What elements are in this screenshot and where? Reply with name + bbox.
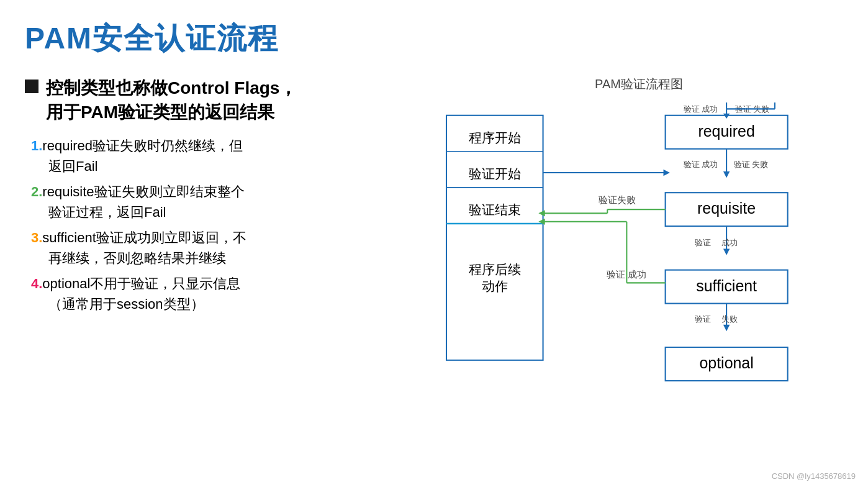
svg-text:失败: 失败 <box>721 314 738 324</box>
svg-rect-0 <box>446 116 543 360</box>
diagram-svg: 程序开始 验证开始 验证结束 程序后续 动作 required requisit… <box>397 102 843 450</box>
svg-marker-30 <box>723 248 730 255</box>
list-indent-3: 再继续，否则忽略结果并继续 <box>31 248 385 268</box>
bullet-square-icon <box>25 80 38 93</box>
list-num-1: 1. <box>31 138 42 153</box>
page-container: PAM安全认证流程 控制类型也称做Control Flags，用于PAM验证类型… <box>0 0 868 487</box>
svg-text:requisite: requisite <box>697 199 756 217</box>
svg-text:验证: 验证 <box>695 314 711 324</box>
svg-text:验证 成功: 验证 成功 <box>684 104 718 114</box>
svg-text:动作: 动作 <box>482 279 508 293</box>
svg-marker-34 <box>723 325 730 331</box>
svg-text:验证结束: 验证结束 <box>469 203 521 217</box>
list-indent-2: 验证过程，返回Fail <box>31 202 385 222</box>
list-items: 1.required验证失败时仍然继续，但 返回Fail 2.requisite… <box>25 135 385 314</box>
svg-text:程序开始: 程序开始 <box>469 130 521 145</box>
page-title: PAM安全认证流程 <box>25 19 843 58</box>
svg-text:验证: 验证 <box>695 238 711 247</box>
list-num-3: 3. <box>31 230 42 245</box>
svg-text:sufficient: sufficient <box>696 277 757 294</box>
list-item-2: 2.requisite验证失败则立即结束整个 验证过程，返回Fail <box>31 181 385 222</box>
svg-marker-26 <box>723 171 730 178</box>
bullet-header: 控制类型也称做Control Flags，用于PAM验证类型的返回结果 <box>25 76 385 124</box>
svg-text:验证失败: 验证失败 <box>599 195 636 205</box>
list-indent-4: （通常用于session类型） <box>31 294 385 314</box>
svg-text:成功: 成功 <box>721 238 738 247</box>
svg-text:程序后续: 程序后续 <box>469 262 521 276</box>
list-num-4: 4. <box>31 276 42 291</box>
svg-text:验证开始: 验证开始 <box>469 166 521 181</box>
list-indent-1: 返回Fail <box>31 156 385 176</box>
svg-text:验证 成功: 验证 成功 <box>684 160 718 169</box>
svg-text:验证 失败: 验证 失败 <box>734 160 769 169</box>
content-row: 控制类型也称做Control Flags，用于PAM验证类型的返回结果 1.re… <box>25 76 843 475</box>
list-item-4: 4.optional不用于验证，只显示信息 （通常用于session类型） <box>31 273 385 314</box>
bullet-header-text: 控制类型也称做Control Flags，用于PAM验证类型的返回结果 <box>46 76 297 124</box>
svg-text:required: required <box>698 122 754 140</box>
list-item-1: 1.required验证失败时仍然继续，但 返回Fail <box>31 135 385 176</box>
svg-marker-46 <box>663 170 669 176</box>
svg-text:optional: optional <box>700 354 754 371</box>
diagram-title: PAM验证流程图 <box>595 76 683 93</box>
watermark: CSDN @ly1435678619 <box>772 471 856 481</box>
svg-text:验证 成功: 验证 成功 <box>607 270 646 280</box>
right-panel: PAM验证流程图 程序开始 验证开始 验证结束 程序后续 动作 re <box>397 76 843 450</box>
list-item-3: 3.sufficient验证成功则立即返回，不 再继续，否则忽略结果并继续 <box>31 227 385 268</box>
list-num-2: 2. <box>31 184 42 199</box>
left-panel: 控制类型也称做Control Flags，用于PAM验证类型的返回结果 1.re… <box>25 76 385 314</box>
